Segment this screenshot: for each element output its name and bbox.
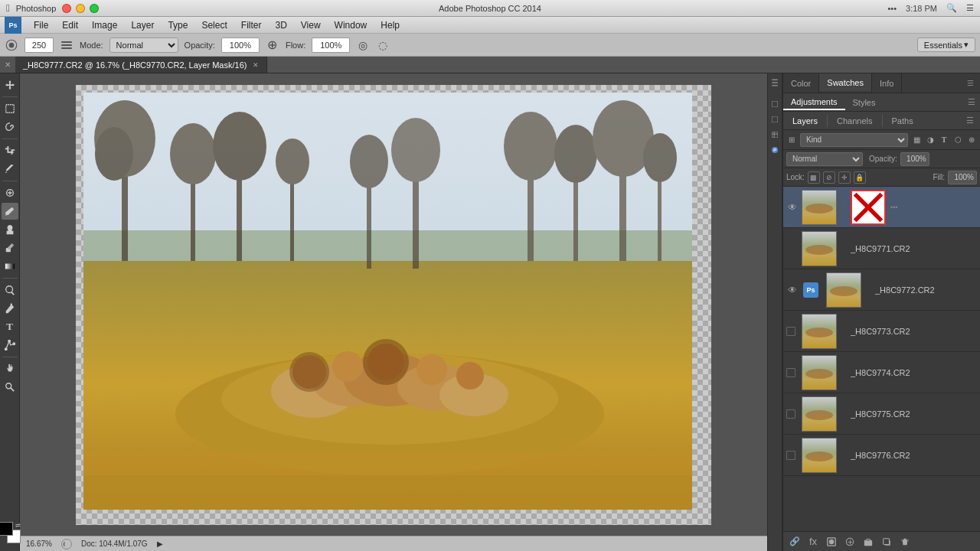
lasso-tool[interactable]	[2, 119, 18, 135]
lock-transparent-icon[interactable]: ▩	[808, 171, 820, 184]
layer-checkbox[interactable]	[786, 451, 799, 460]
gradient-tool[interactable]	[2, 258, 18, 275]
menu-file[interactable]: File	[28, 18, 54, 32]
visibility-checkbox[interactable]	[786, 451, 795, 460]
info-tab[interactable]: Info	[872, 73, 902, 93]
search-icon[interactable]: 🔍	[946, 3, 957, 13]
hand-tool[interactable]	[2, 360, 18, 377]
paths-tab[interactable]: Paths	[886, 114, 920, 128]
panel-toggle-1[interactable]	[769, 77, 781, 89]
opacity-value[interactable]: 100%	[221, 37, 260, 53]
layers-panel-menu[interactable]: ☰	[963, 114, 977, 127]
adj-panel-menu[interactable]: ☰	[963, 96, 980, 109]
foreground-color[interactable]	[0, 522, 13, 536]
workspace-dropdown[interactable]: Essentials ▾	[917, 37, 975, 52]
swap-colors-icon[interactable]: ⇌	[15, 522, 21, 529]
crop-tool[interactable]	[2, 142, 18, 159]
heal-tool[interactable]	[2, 184, 18, 201]
type-filter-icon[interactable]: T	[939, 135, 949, 145]
layer-row[interactable]: _H8C9776.CR2	[783, 435, 980, 476]
layer-kind-select[interactable]: Kind Name Effect Mode Attribute Color Sm…	[800, 133, 908, 147]
opacity-input[interactable]: 100%	[900, 152, 929, 166]
swatches-tab[interactable]: Swatches	[819, 73, 872, 93]
menu-filter[interactable]: Filter	[235, 18, 268, 32]
layer-row[interactable]: _H8C9773.CR2	[783, 311, 980, 352]
visibility-checkbox[interactable]	[786, 327, 795, 336]
layer-visibility-toggle[interactable]: ○	[786, 243, 799, 255]
pixel-filter-icon[interactable]: ▦	[911, 135, 922, 145]
menu-3d[interactable]: 3D	[269, 18, 292, 32]
type-tool[interactable]: T	[2, 318, 18, 335]
menu-view[interactable]: View	[295, 18, 327, 32]
filter-toggle-icon[interactable]: ⊞	[786, 135, 797, 145]
flow-icon[interactable]: ◎	[356, 38, 370, 52]
layer-row[interactable]: 👁 Ps _H8C9772.CR2	[783, 269, 980, 311]
active-document-tab[interactable]: _H8C9777.CR2 @ 16.7% (_H8C9770.CR2, Laye…	[15, 57, 267, 73]
new-group-icon[interactable]	[861, 535, 875, 549]
stamp-tool[interactable]	[2, 221, 18, 238]
layer-checkbox[interactable]	[786, 327, 799, 336]
doc-info-arrow[interactable]: ▶	[157, 540, 163, 548]
add-mask-icon[interactable]	[825, 535, 838, 549]
new-layer-icon[interactable]	[880, 535, 893, 549]
smooth-icon[interactable]: ◌	[376, 38, 390, 52]
layer-visibility-toggle[interactable]: 👁	[786, 201, 799, 214]
layer-checkbox[interactable]	[786, 409, 799, 419]
pen-tool[interactable]	[2, 300, 18, 317]
styles-tab[interactable]: Styles	[845, 96, 884, 109]
menu-type[interactable]: Type	[162, 18, 194, 32]
dodge-tool[interactable]	[2, 282, 18, 298]
layers-tab[interactable]: Layers	[786, 114, 824, 128]
layer-more-options[interactable]: •••	[889, 204, 899, 211]
panel-toggle-2[interactable]	[769, 98, 781, 110]
panel-toggle-3[interactable]	[769, 113, 781, 126]
channels-tab[interactable]: Channels	[831, 114, 878, 128]
layer-row[interactable]: 👁 ⋮ •••	[783, 187, 980, 228]
adjust-filter-icon[interactable]: ◑	[925, 135, 936, 145]
mode-select[interactable]: Normal Multiply Screen	[109, 37, 178, 53]
shape-filter-icon[interactable]: ⬡	[952, 135, 963, 145]
link-layers-icon[interactable]: 🔗	[788, 535, 802, 549]
delete-layer-icon[interactable]	[898, 535, 912, 549]
add-style-icon[interactable]: fx	[806, 535, 820, 549]
brush-tool-icon[interactable]	[5, 38, 18, 52]
visibility-checkbox[interactable]	[786, 409, 795, 419]
maximize-button[interactable]	[90, 4, 99, 13]
airbrush-icon[interactable]: ⊕	[266, 38, 279, 52]
menu-edit[interactable]: Edit	[56, 18, 84, 32]
layer-row[interactable]: _H8C9775.CR2	[783, 393, 980, 435]
visibility-checkbox[interactable]	[786, 368, 795, 377]
layer-row[interactable]: _H8C9774.CR2	[783, 352, 980, 393]
lock-position-icon[interactable]: ✛	[838, 171, 851, 184]
eyedropper-tool[interactable]	[2, 161, 18, 178]
panel-toggle-5[interactable]: P	[769, 144, 781, 156]
minimize-button[interactable]	[76, 4, 85, 13]
brush-settings-icon[interactable]	[60, 38, 74, 52]
tab-close-btn[interactable]: ✕	[0, 59, 15, 70]
new-adjustment-icon[interactable]	[843, 535, 857, 549]
canvas-content[interactable]	[20, 73, 767, 536]
tab-close-icon[interactable]: ✕	[253, 61, 259, 69]
layer-checkbox[interactable]	[786, 368, 799, 377]
menu-help[interactable]: Help	[374, 18, 406, 32]
menu-select[interactable]: Select	[195, 18, 233, 32]
panel-toggle-4[interactable]	[769, 129, 781, 141]
layer-row[interactable]: ○ _H8C9771.CR2	[783, 228, 980, 269]
path-selection-tool[interactable]	[2, 337, 18, 354]
canvas-rotate-icon[interactable]	[61, 539, 72, 549]
menu-image[interactable]: Image	[86, 18, 123, 32]
menu-window[interactable]: Window	[328, 18, 374, 32]
marquee-tool[interactable]	[2, 100, 18, 117]
color-tab[interactable]: Color	[783, 73, 819, 93]
menu-icon[interactable]: ☰	[966, 3, 974, 13]
brush-size-display[interactable]: 250	[24, 37, 54, 53]
layer-link-icon[interactable]: ⋮	[840, 203, 848, 211]
fill-input[interactable]: 100%	[948, 171, 977, 184]
adjustments-tab[interactable]: Adjustments	[783, 95, 845, 110]
lock-all-icon[interactable]: 🔒	[854, 171, 866, 184]
lock-image-icon[interactable]: ⊘	[823, 171, 835, 184]
close-button[interactable]	[62, 4, 71, 13]
flow-value[interactable]: 100%	[312, 37, 350, 53]
smart-filter-icon[interactable]: ⊕	[966, 135, 977, 145]
move-tool[interactable]	[2, 77, 18, 93]
